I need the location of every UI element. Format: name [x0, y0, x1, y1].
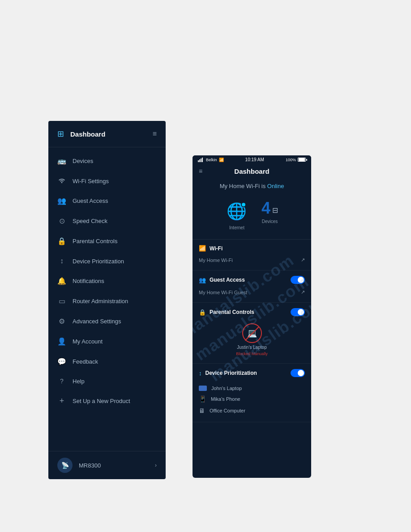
wifi-section-title: Wi-Fi	[210, 245, 223, 252]
parental-section-icon: 🔒	[199, 309, 206, 316]
dashboard-icon: ⊞	[57, 129, 64, 139]
status-left: Belkin 📶	[198, 158, 224, 162]
sidebar-item-account[interactable]: 👤 My Account	[48, 331, 166, 352]
sidebar-title: Dashboard	[70, 130, 105, 138]
guest-section-header: 👥 Guest Access	[199, 276, 305, 284]
sidebar-label-guest: Guest Access	[73, 197, 108, 204]
sidebar-item-priority[interactable]: ↕ Device Prioritization	[48, 251, 166, 271]
device-prioritization-section: ↕ Device Prioritization John's Laptop 📱 …	[193, 364, 311, 422]
priority-device-2: 📱 Mika's Phone	[199, 393, 305, 405]
priority-title-row: ↕ Device Prioritization	[199, 370, 257, 377]
sidebar-item-setup-new[interactable]: + Set Up a New Product	[48, 390, 166, 412]
wifi-external-icon: ↗	[301, 257, 305, 263]
guest-network-name: My Home Wi-Fi Guest	[199, 290, 247, 295]
hamburger-icon[interactable]: ≡	[153, 130, 157, 138]
wifi-status-banner: My Home Wi-Fi is Online	[193, 179, 311, 196]
wifi-network-name: My Home Wi-Fi	[199, 257, 233, 263]
internet-label: Internet	[229, 225, 244, 230]
sidebar-item-advanced[interactable]: ⚙ Advanced Settings	[48, 311, 166, 331]
battery-percent: 100%	[286, 158, 296, 162]
blocked-device-wrap: 💻 Justin's Laptop Blocked Manually	[199, 320, 305, 358]
mobile-dashboard-title: Dashboard	[234, 167, 269, 175]
devices-count-wrap: 4 ⊟	[261, 200, 278, 216]
priority-device-1: John's Laptop	[199, 383, 305, 393]
priority-section-title: Device Prioritization	[206, 370, 257, 376]
sidebar-label-advanced: Advanced Settings	[73, 318, 121, 325]
desktop-sidebar: ⊞ Dashboard ≡ 🚌 Devices Wi-Fi Settings 👥…	[48, 121, 166, 479]
device-name: MR8300	[79, 462, 101, 469]
sidebar-label-notifications: Notifications	[73, 278, 104, 284]
sidebar-item-router-admin[interactable]: ▭ Router Administration	[48, 291, 166, 311]
speedcheck-icon: ⊙	[57, 217, 66, 225]
carrier-name: Belkin	[206, 158, 217, 162]
notifications-icon: 🔔	[57, 277, 66, 285]
priority-device-3-name: Office Computer	[210, 408, 245, 413]
mobile-content: My Home Wi-Fi is Online 🌐 Internet 4 ⊟ D…	[193, 179, 311, 471]
mobile-app-panel: Belkin 📶 10:19 AM 100% ≡ Dashboard My Ho…	[193, 155, 311, 478]
wifi-section-icon: 📶	[199, 245, 206, 252]
device-avatar: 📡	[57, 458, 73, 473]
priority-devices-list: John's Laptop 📱 Mika's Phone 🖥 Office Co…	[199, 381, 305, 416]
sidebar-item-feedback[interactable]: 💬 Feedback	[48, 352, 166, 372]
parental-controls-section: 🔒 Parental Controls 💻 Justin's Laptop Bl…	[193, 303, 311, 364]
sidebar-label-help: Help	[73, 378, 85, 385]
sidebar-item-guest[interactable]: 👥 Guest Access	[48, 191, 166, 211]
sidebar-item-devices[interactable]: 🚌 Devices	[48, 151, 166, 171]
sidebar-label-priority: Device Prioritization	[73, 258, 124, 265]
sidebar-label-wifi: Wi-Fi Settings	[73, 178, 109, 184]
sidebar-label-feedback: Feedback	[73, 358, 98, 365]
parental-section-title: Parental Controls	[210, 309, 254, 315]
battery-icon	[298, 158, 306, 162]
guest-access-toggle[interactable]	[291, 276, 305, 284]
sidebar-item-speedcheck[interactable]: ⊙ Speed Check	[48, 211, 166, 231]
phone-icon: 📱	[199, 395, 206, 403]
status-time: 10:19 AM	[245, 157, 264, 162]
device-prioritization-toggle[interactable]	[291, 369, 305, 377]
setup-new-icon: +	[57, 396, 66, 406]
wifi-icon	[57, 177, 66, 185]
wifi-section: 📶 Wi-Fi My Home Wi-Fi ↗	[193, 240, 311, 270]
wifi-status-icon: 📶	[219, 158, 224, 162]
guest-section-title: Guest Access	[210, 277, 245, 283]
guest-section-icon: 👥	[199, 277, 206, 283]
guest-access-section: 👥 Guest Access My Home Wi-Fi Guest ↗	[193, 270, 311, 303]
sidebar-label-router-admin: Router Administration	[73, 298, 128, 305]
sidebar-item-parental[interactable]: 🔒 Parental Controls	[48, 231, 166, 251]
router-icon: ▭	[57, 297, 66, 305]
guest-title-row: 👥 Guest Access	[199, 277, 245, 283]
signal-icon	[198, 158, 203, 162]
devices-icon: 🚌	[57, 157, 66, 165]
status-right: 100%	[286, 158, 306, 162]
guest-icon: 👥	[57, 197, 66, 205]
help-icon: ?	[57, 378, 66, 385]
guest-network-link[interactable]: My Home Wi-Fi Guest ↗	[199, 287, 305, 297]
sidebar-item-notifications[interactable]: 🔔 Notifications	[48, 271, 166, 291]
sidebar-footer-device[interactable]: 📡 MR8300 ›	[48, 451, 166, 479]
sidebar-item-help[interactable]: ? Help	[48, 372, 166, 390]
sidebar-label-setup-new: Set Up a New Product	[73, 398, 130, 404]
parental-controls-toggle[interactable]	[291, 308, 305, 316]
blocked-device-icon-wrap: 💻	[242, 323, 262, 343]
priority-section-header: ↕ Device Prioritization	[199, 369, 305, 377]
blocked-device-name: Justin's Laptop	[237, 345, 266, 350]
mobile-header: ≡ Dashboard	[193, 164, 311, 179]
device-chevron: ›	[155, 462, 157, 468]
sidebar-header: ⊞ Dashboard ≡	[48, 121, 166, 147]
blocked-label: Blocked Manually	[236, 352, 268, 356]
wifi-section-header: 📶 Wi-Fi	[199, 245, 305, 252]
wifi-network-link[interactable]: My Home Wi-Fi ↗	[199, 255, 305, 265]
priority-device-3: 🖥 Office Computer	[199, 405, 305, 416]
sidebar-nav: 🚌 Devices Wi-Fi Settings 👥 Guest Access …	[48, 147, 166, 415]
online-dot	[241, 202, 246, 207]
wifi-status-text: My Home Wi-Fi is	[220, 183, 266, 189]
sidebar-item-wifi[interactable]: Wi-Fi Settings	[48, 171, 166, 191]
account-icon: 👤	[57, 337, 66, 346]
priority-section-icon: ↕	[199, 370, 202, 377]
priority-device-2-name: Mika's Phone	[211, 396, 240, 402]
priority-device-1-color	[199, 386, 207, 391]
mobile-menu-icon[interactable]: ≡	[199, 167, 202, 175]
wifi-online-text: Online	[267, 183, 284, 189]
sidebar-label-account: My Account	[73, 338, 103, 345]
parental-section-header: 🔒 Parental Controls	[199, 308, 305, 316]
devices-label: Devices	[262, 219, 278, 224]
